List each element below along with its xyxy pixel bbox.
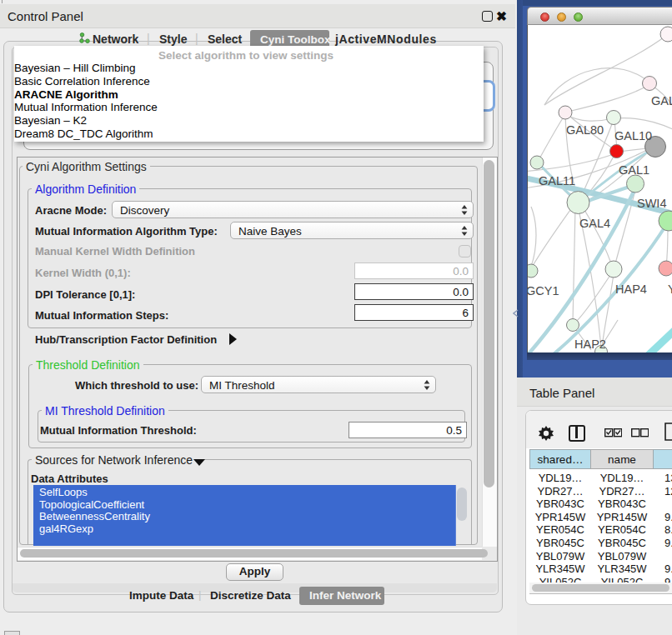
svg-text:GAL11: GAL11 <box>539 174 575 188</box>
svg-text:HAP4: HAP4 <box>615 282 647 296</box>
svg-text:GAL: GAL <box>651 94 672 108</box>
svg-text:GCY1: GCY1 <box>528 284 559 298</box>
svg-text:SWI4: SWI4 <box>637 197 666 210</box>
svg-text:HAP2: HAP2 <box>574 338 606 351</box>
svg-text:GAL80: GAL80 <box>566 123 604 137</box>
svg-text:GAL1: GAL1 <box>619 163 649 177</box>
svg-text:GAL10: GAL10 <box>614 129 652 142</box>
svg-text:Y: Y <box>668 282 672 296</box>
svg-text:GAL4: GAL4 <box>579 217 610 230</box>
